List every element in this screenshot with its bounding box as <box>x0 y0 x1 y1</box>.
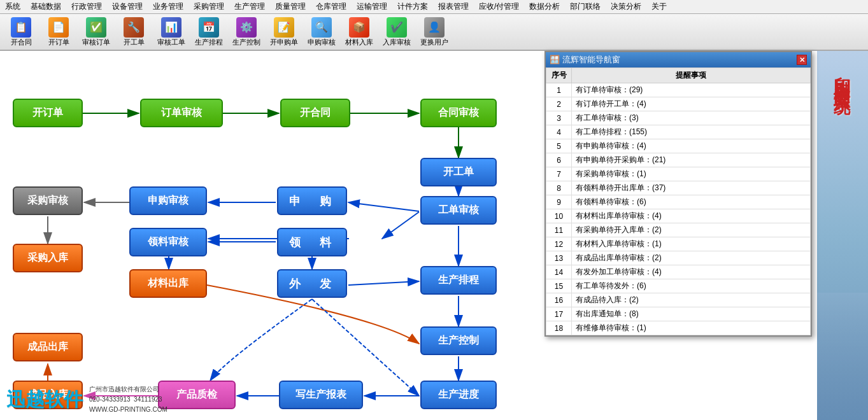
menu-business[interactable]: 业务管理 <box>148 0 189 13</box>
company-details: 广州市迅越软件有限公司 020-34333913 34111923 WWW.GD… <box>89 384 167 415</box>
nav-title-bar: 🪟 流辉智能导航窗 ✕ <box>546 52 811 67</box>
nav-table-row[interactable]: 4有工单待排程：(155) <box>546 125 811 139</box>
right-text: 印刷人用的管理系统 <box>832 64 854 87</box>
svg-line-22 <box>348 281 419 285</box>
box-cailiao-chuku[interactable]: 材料出库 <box>129 269 207 298</box>
nav-table-row[interactable]: 6有申购单待开采购单：(21) <box>546 153 811 167</box>
box-shengou[interactable]: 申 购 <box>277 186 347 215</box>
toolbar-material-in[interactable]: 📦 材料入库 <box>341 15 378 49</box>
nav-table-row[interactable]: 11有采购单待开入库单：(2) <box>546 223 811 237</box>
nav-table-row[interactable]: 5有申购单待审核：(4) <box>546 139 811 153</box>
nav-table-row[interactable]: 7有采购单待审核：(1) <box>546 167 811 181</box>
menu-production[interactable]: 生产管理 <box>229 0 270 13</box>
box-production-ctrl[interactable]: 生产控制 <box>420 326 497 355</box>
box-contract-audit[interactable]: 合同审核 <box>420 99 497 127</box>
menu-transport[interactable]: 运输管理 <box>352 0 392 13</box>
menu-decision[interactable]: 决策分析 <box>606 0 646 13</box>
box-caigou-ruku[interactable]: 采购入库 <box>13 244 83 272</box>
company-info: 迅越软件 广州市迅越软件有限公司 020-34333913 34111923 W… <box>6 384 167 415</box>
toolbar-open-purchase[interactable]: 📝 开申购单 <box>266 15 302 49</box>
box-lingliao-audit[interactable]: 领料审核 <box>129 228 207 256</box>
nav-table-row[interactable]: 16有成品待入库：(2) <box>546 293 811 307</box>
menu-report[interactable]: 报表管理 <box>433 0 474 13</box>
nav-table-row[interactable]: 13有成品出库单待审核：(2) <box>546 251 811 265</box>
menu-finance[interactable]: 应收/付管理 <box>474 0 524 13</box>
box-quality-check[interactable]: 产品质检 <box>158 381 236 409</box>
box-caigou-audit[interactable]: 采购审核 <box>13 186 83 215</box>
menu-equipment[interactable]: 设备管理 <box>107 0 148 13</box>
menu-purchase[interactable]: 采购管理 <box>189 0 229 13</box>
nav-close-button[interactable]: ✕ <box>797 55 807 65</box>
box-workorder-audit[interactable]: 工单审核 <box>420 196 497 225</box>
box-waifa[interactable]: 外 发 <box>277 269 347 298</box>
nav-table-row[interactable]: 3有工单待审核：(3) <box>546 111 811 125</box>
menu-data[interactable]: 数据分析 <box>524 0 565 13</box>
nav-window: 🪟 流辉智能导航窗 ✕ 序号 提醒事项 1有订单待审核：(29)2有订单待开工单… <box>544 51 812 337</box>
nav-table-row[interactable]: 14有发外加工单待审核：(4) <box>546 265 811 279</box>
toolbar-inbound-audit[interactable]: ✔️ 入库审核 <box>378 15 415 49</box>
menubar: 系统 基础数据 行政管理 设备管理 业务管理 采购管理 生产管理 质量管理 仓库… <box>0 0 868 14</box>
nav-table-row[interactable]: 18有维修单待审核：(1) <box>546 321 811 335</box>
toolbar-production-control[interactable]: ⚙️ 生产控制 <box>228 15 265 49</box>
toolbar-schedule[interactable]: 📅 生产排程 <box>190 15 227 49</box>
nav-table-row[interactable]: 12有材料入库单待审核：(1) <box>546 237 811 251</box>
toolbar-audit-order[interactable]: ✅ 审核订单 <box>78 15 115 49</box>
nav-table-row[interactable]: 8有领料单待开出库单：(37) <box>546 181 811 195</box>
col-reminder: 提醒事项 <box>572 68 811 83</box>
nav-table-container: 序号 提醒事项 1有订单待审核：(29)2有订单待开工单：(4)3有工单待审核：… <box>546 67 811 335</box>
svg-line-10 <box>348 202 419 211</box>
box-lingliao[interactable]: 领 料 <box>277 228 347 256</box>
nav-table-row[interactable]: 2有订单待开工单：(4) <box>546 97 811 111</box>
box-kaidan[interactable]: 开订单 <box>13 99 83 127</box>
toolbar-audit-purchase[interactable]: 🔍 申购审核 <box>303 15 340 49</box>
box-shengou-audit[interactable]: 申购审核 <box>129 186 207 215</box>
right-decorative-panel: 印刷人用的管理系统 <box>817 51 868 420</box>
nav-table-row[interactable]: 1有订单待审核：(29) <box>546 83 811 97</box>
menu-warehouse[interactable]: 仓库管理 <box>311 0 352 13</box>
toolbar-switch-user[interactable]: 👤 更换用户 <box>416 15 453 49</box>
menu-system[interactable]: 系统 <box>0 0 25 13</box>
menu-about[interactable]: 关于 <box>646 0 672 13</box>
box-kaiheton[interactable]: 开合同 <box>280 99 350 127</box>
company-logo: 迅越软件 <box>6 387 83 413</box>
box-production-progress[interactable]: 生产进度 <box>420 381 497 409</box>
box-order-audit[interactable]: 订单审核 <box>140 99 223 127</box>
menu-admin[interactable]: 行政管理 <box>66 0 107 13</box>
menu-basic[interactable]: 基础数据 <box>25 0 66 13</box>
toolbar-audit-workorder[interactable]: 📊 审核工单 <box>153 15 190 49</box>
menu-piecework[interactable]: 计件方案 <box>392 0 433 13</box>
nav-table-row[interactable]: 10有材料出库单待审核：(4) <box>546 209 811 223</box>
toolbar-kaiheton[interactable]: 📋 开合同 <box>3 15 39 49</box>
toolbar-kaidan[interactable]: 📄 开订单 <box>40 15 77 49</box>
menu-dept[interactable]: 部门联络 <box>565 0 606 13</box>
toolbar-open-workorder[interactable]: 🔧 开工单 <box>115 15 152 49</box>
toolbar: 📋 开合同 📄 开订单 ✅ 审核订单 🔧 开工单 📊 审核工单 📅 生产排程 ⚙… <box>0 14 868 51</box>
svg-line-14 <box>382 212 419 239</box>
menu-quality[interactable]: 质量管理 <box>270 0 311 13</box>
nav-table-row[interactable]: 9有领料单待审核：(6) <box>546 195 811 209</box>
nav-table-row[interactable]: 15有工单等待发外：(6) <box>546 279 811 293</box>
box-chengpin-chuku[interactable]: 成品出库 <box>13 333 83 361</box>
col-no: 序号 <box>546 68 572 83</box>
box-write-report[interactable]: 写生产报表 <box>279 381 363 409</box>
nav-table: 序号 提醒事项 1有订单待审核：(29)2有订单待开工单：(4)3有工单待审核：… <box>546 67 811 335</box>
box-shengpai[interactable]: 生产排程 <box>420 266 497 295</box>
nav-table-row[interactable]: 17有出库通知单：(8) <box>546 307 811 321</box>
city-decoration <box>817 293 868 420</box>
box-kaigongdan[interactable]: 开工单 <box>420 158 497 186</box>
